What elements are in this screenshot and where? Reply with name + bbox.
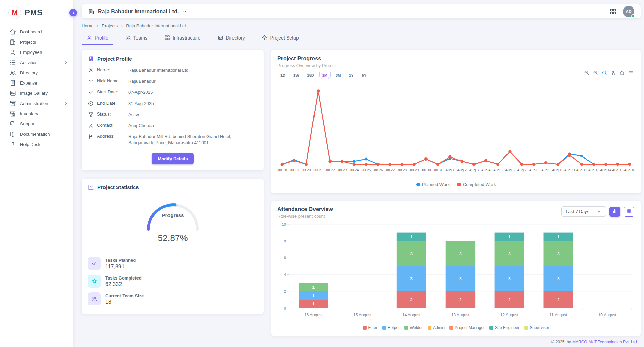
bar-chart-legend: FitterHelperWelderAdminProject ManagerSi…	[277, 325, 634, 330]
svg-text:Jul 26: Jul 26	[373, 168, 383, 172]
legend-swatch	[449, 326, 453, 330]
legend-admin[interactable]: Admin	[428, 325, 445, 330]
legend-label: Supervisor	[530, 325, 549, 330]
sidebar-item-label: Activities	[20, 60, 37, 65]
legend-helper[interactable]: Helper	[382, 325, 400, 330]
stat-value: 117,891	[105, 263, 136, 270]
breadcrumb-item[interactable]: Home	[82, 23, 94, 28]
bar-view-button[interactable]	[609, 207, 620, 217]
profile-field-status: Status:Active	[88, 111, 258, 118]
breadcrumb-item[interactable]: Projects	[102, 23, 118, 28]
tab-directory[interactable]: Directory	[213, 32, 249, 45]
sidebar-item-image-gallary[interactable]: Image Gallary	[0, 88, 73, 98]
gear-icon	[262, 35, 268, 41]
range-1m-button[interactable]: 1M	[319, 72, 331, 79]
attendance-controls: Last 7 Days	[561, 206, 634, 217]
svg-text:Aug 2: Aug 2	[457, 168, 467, 172]
legend-planned-work[interactable]: Planned Work	[416, 182, 450, 187]
sidebar-item-directory[interactable]: Directory	[0, 67, 73, 78]
svg-text:Jul 28: Jul 28	[397, 168, 407, 172]
zoom-out-icon[interactable]	[593, 70, 598, 76]
footer: © 2025, by MARCO AIoT Technologies Pvt. …	[82, 336, 641, 347]
svg-text:2: 2	[459, 298, 462, 302]
line-chart-legend: Planned WorkCompleted Work	[277, 182, 634, 187]
legend-supervisor[interactable]: Supervisor	[524, 325, 549, 330]
range-1w-button[interactable]: 1W	[290, 72, 302, 79]
range-15d-button[interactable]: 15D	[304, 72, 317, 79]
legend-completed-work[interactable]: Completed Work	[457, 182, 496, 187]
svg-text:1: 1	[312, 302, 315, 306]
avatar-initials: AD	[626, 9, 631, 14]
chevron-right-icon	[64, 60, 68, 65]
svg-text:Jul 27: Jul 27	[385, 168, 395, 172]
chevron-right-icon	[64, 101, 68, 106]
tab-profile[interactable]: Profile	[82, 32, 113, 45]
legend-project-manager[interactable]: Project Manager	[449, 325, 485, 330]
table-view-button[interactable]	[624, 207, 634, 217]
progress-card-subtitle: Progress Overview by Project	[277, 63, 634, 68]
footer-link[interactable]: MARCO AIoT Technologies Pvt. Ltd.	[572, 340, 638, 344]
zoom-in-icon[interactable]	[584, 70, 590, 76]
chevron-down-icon	[597, 209, 601, 214]
range-3m-button[interactable]: 3M	[333, 72, 344, 79]
legend-fitter[interactable]: Fitter	[363, 325, 377, 330]
magnifier-icon[interactable]	[601, 70, 607, 76]
sidebar-item-label: Administration	[20, 101, 48, 106]
app-logo[interactable]: M PMS	[0, 0, 73, 24]
sidebar-item-administration[interactable]: Administration	[0, 98, 73, 108]
svg-text:Jul 19: Jul 19	[289, 168, 299, 172]
legend-swatch	[382, 326, 386, 330]
users-tile	[88, 292, 101, 305]
svg-text:1: 1	[410, 235, 413, 239]
sidebar-item-expense[interactable]: Expense	[0, 78, 73, 88]
bar-chart-icon	[612, 208, 617, 215]
legend-label: Fitter	[368, 325, 377, 330]
user-icon	[9, 49, 16, 56]
range-1d-button[interactable]: 1D	[277, 72, 288, 79]
sidebar-item-inventory[interactable]: Inventory	[0, 108, 73, 119]
check-icon	[88, 89, 94, 95]
sidebar-item-activities[interactable]: Activities	[0, 57, 73, 67]
sidebar-item-help-desk[interactable]: Help Desk	[0, 139, 73, 149]
tab-infrastructure[interactable]: Infrastructure	[160, 32, 205, 45]
sidebar-item-projects[interactable]: Projects	[0, 37, 73, 47]
tab-teams[interactable]: Teams	[120, 32, 152, 45]
svg-text:1: 1	[312, 285, 315, 290]
image-icon	[9, 90, 16, 97]
range-5y-button[interactable]: 5Y	[359, 72, 369, 79]
home-icon[interactable]	[619, 70, 625, 76]
svg-text:Aug 1: Aug 1	[445, 168, 455, 172]
profile-field-end-date: End Date:31-Aug-2025	[88, 101, 258, 107]
range-1y-button[interactable]: 1Y	[346, 72, 356, 79]
project-statistics-card: Project Statistics Progress 52.87% Tasks…	[82, 179, 264, 314]
sidebar-item-support[interactable]: Support	[0, 119, 73, 129]
legend-site-engineer[interactable]: Site Engineer	[489, 325, 519, 330]
project-progress-card: Project Progress Progress Overview by Pr…	[271, 50, 641, 193]
company-selector[interactable]: Raja Bahadur International Ltd.	[88, 8, 187, 15]
legend-swatch	[428, 326, 431, 330]
hand-icon[interactable]	[610, 70, 616, 76]
menu-icon[interactable]	[628, 70, 634, 76]
apps-grid-icon[interactable]	[609, 8, 617, 15]
profile-field-address: Address:Raja Bahadur Mill Rd, behind She…	[88, 134, 258, 146]
svg-text:3: 3	[557, 252, 560, 256]
svg-text:12 August: 12 August	[500, 313, 519, 317]
sidebar-item-employees[interactable]: Employees	[0, 47, 73, 57]
profile-card-title: Project Profile	[97, 56, 132, 62]
field-value: Raja Bahadur	[128, 78, 156, 85]
svg-text:Aug 10: Aug 10	[552, 168, 563, 172]
avatar[interactable]: AD	[623, 6, 634, 17]
tab-project-setup[interactable]: Project Setup	[257, 32, 303, 45]
date-range-select[interactable]: Last 7 Days	[561, 206, 606, 217]
sidebar-item-dashboard[interactable]: Dashboard	[0, 27, 73, 37]
progress-gauge: Progress 52.87%	[88, 195, 258, 243]
legend-welder[interactable]: Welder	[404, 325, 423, 330]
svg-text:Progress: Progress	[162, 212, 184, 218]
sidebar-item-documentation[interactable]: Documentation	[0, 129, 73, 139]
user-icon	[86, 35, 92, 41]
svg-text:Aug 9: Aug 9	[541, 168, 551, 172]
svg-text:16 August: 16 August	[304, 313, 323, 317]
gear-icon	[88, 67, 94, 73]
sidebar-collapse-button[interactable]	[69, 9, 77, 16]
modify-details-button[interactable]: Modify Details	[152, 153, 193, 164]
